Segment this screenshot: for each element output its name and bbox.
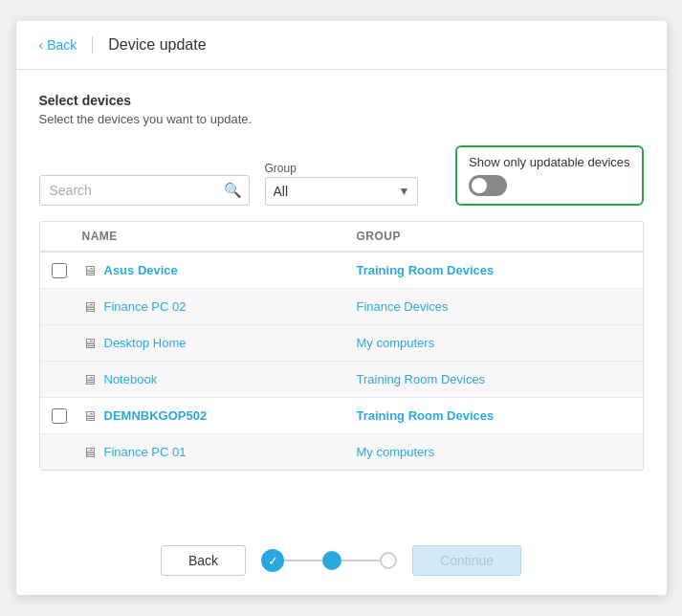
search-wrapper: 🔍 — [39, 175, 250, 206]
device-cell-6: 🖥 Finance PC 01 — [82, 444, 357, 460]
monitor-icon: 🖥 — [82, 262, 97, 278]
back-link-label: Back — [47, 37, 77, 53]
device-cell-2: 🖥 Finance PC 02 — [82, 298, 357, 315]
table-body: 🖥 Asus Device Training Room Devices 🖥 Fi… — [40, 253, 643, 470]
group-cell-3: My computers — [357, 336, 631, 350]
group-cell-1: Training Room Devices — [357, 263, 631, 277]
dialog-footer: Back ✓ Continue — [16, 526, 667, 595]
search-input[interactable] — [39, 175, 250, 206]
step-2-active — [322, 551, 341, 570]
group-cell-2: Finance Devices — [357, 299, 631, 314]
toggle-thumb — [472, 178, 487, 193]
updatable-toggle[interactable] — [469, 175, 507, 196]
step-line-1 — [284, 560, 322, 561]
toggle-track — [469, 175, 507, 196]
continue-button[interactable]: Continue — [412, 545, 521, 576]
row-checkbox-5[interactable] — [52, 408, 67, 424]
table-header: NAME GROUP — [40, 222, 643, 253]
device-cell-5: 🖥 DEMNBKGOP502 — [82, 407, 357, 424]
device-name-5[interactable]: DEMNBKGOP502 — [104, 408, 208, 423]
table-row: 🖥 Finance PC 01 My computers — [40, 434, 643, 470]
device-update-dialog: ‹ Back Device update Select devices Sele… — [16, 21, 667, 595]
device-name-2[interactable]: Finance PC 02 — [104, 299, 187, 314]
progress-stepper: ✓ — [261, 549, 397, 572]
device-name-6[interactable]: Finance PC 01 — [104, 445, 187, 459]
toggle-label: Show only updatable devices — [469, 155, 629, 169]
step-line-2 — [341, 560, 380, 561]
device-name-4[interactable]: Notebook — [104, 372, 158, 386]
col-name-header: NAME — [82, 230, 357, 243]
section-subtitle: Select the devices you want to update. — [39, 112, 644, 126]
group-cell-6: My computers — [357, 445, 631, 459]
device-cell-1: 🖥 Asus Device — [82, 262, 357, 278]
monitor-icon: 🖥 — [82, 298, 97, 315]
table-row: 🖥 Finance PC 02 Finance Devices — [40, 289, 643, 325]
back-chevron-icon: ‹ — [39, 37, 44, 53]
dialog-body: Select devices Select the devices you wa… — [16, 70, 667, 526]
devices-table: NAME GROUP 🖥 Asus Device Training Room D… — [39, 221, 644, 471]
row-checkbox-1[interactable] — [52, 263, 67, 278]
device-cell-4: 🖥 Notebook — [82, 371, 357, 387]
group-select-wrapper: All Finance Devices My computers Trainin… — [265, 177, 418, 206]
step-3-inactive — [380, 552, 397, 569]
device-cell-3: 🖥 Desktop Home — [82, 335, 357, 351]
dialog-title: Device update — [108, 36, 206, 54]
group-select[interactable]: All Finance Devices My computers Trainin… — [265, 177, 418, 206]
monitor-icon: 🖥 — [82, 407, 97, 424]
group-filter-wrapper: Group All Finance Devices My computers T… — [265, 162, 418, 206]
filters-row: 🔍 Group All Finance Devices My computers… — [39, 145, 644, 206]
table-row: 🖥 Notebook Training Room Devices — [40, 362, 643, 398]
section-title: Select devices — [39, 93, 644, 108]
col-group-header: GROUP — [357, 230, 631, 243]
table-row: 🖥 Asus Device Training Room Devices — [40, 253, 643, 289]
group-cell-4: Training Room Devices — [357, 372, 631, 386]
toggle-box: Show only updatable devices — [455, 145, 643, 206]
monitor-icon: 🖥 — [82, 335, 97, 351]
dialog-header: ‹ Back Device update — [16, 21, 667, 70]
footer-back-button[interactable]: Back — [161, 545, 246, 576]
group-label: Group — [265, 162, 418, 175]
monitor-icon: 🖥 — [82, 371, 97, 387]
step-1-complete: ✓ — [261, 549, 284, 572]
table-row: 🖥 DEMNBKGOP502 Training Room Devices — [40, 398, 643, 434]
monitor-icon: 🖥 — [82, 444, 97, 460]
device-name-3[interactable]: Desktop Home — [104, 336, 187, 350]
header-divider — [92, 36, 93, 54]
search-button[interactable]: 🔍 — [224, 182, 242, 199]
back-link[interactable]: ‹ Back — [39, 37, 77, 53]
device-name-1[interactable]: Asus Device — [104, 263, 178, 277]
table-row: 🖥 Desktop Home My computers — [40, 325, 643, 362]
group-cell-5: Training Room Devices — [357, 408, 631, 423]
